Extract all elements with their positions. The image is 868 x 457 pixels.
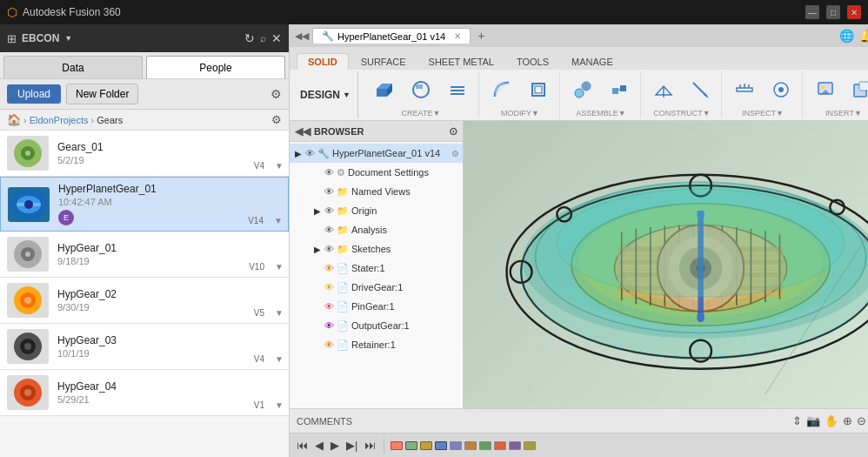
tree-item-origin[interactable]: ▶ 👁 📁 Origin <box>290 201 463 220</box>
tree-arrow[interactable] <box>314 264 324 273</box>
tab-surface[interactable]: SURFACE <box>351 54 417 70</box>
3d-viewport[interactable]: TOP FRONT <box>464 121 868 408</box>
doc-tab-close-icon[interactable]: ✕ <box>454 31 461 41</box>
tree-eye[interactable]: 👁 <box>324 320 337 331</box>
tree-arrow[interactable]: ▶ <box>314 245 324 254</box>
inspect-measure-button[interactable] <box>727 69 762 111</box>
tree-arrow[interactable] <box>314 283 324 292</box>
list-item[interactable]: HypGear_04 5/29/21 V1 ▼ <box>0 370 289 416</box>
ebcon-dropdown-icon[interactable]: ▼ <box>64 34 72 43</box>
assemble-new-button[interactable] <box>565 69 600 111</box>
close-button[interactable]: ✕ <box>847 5 861 19</box>
list-item[interactable]: HyperPlanetGear_01 10:42:47 AM E V14 ▼ <box>0 177 289 232</box>
tree-item-retainer[interactable]: 👁 📄 Retainer:1 <box>290 335 463 354</box>
file-version-arrow[interactable]: ▼ <box>275 354 284 364</box>
panel-settings-icon[interactable]: ⚙ <box>270 87 282 101</box>
tree-arrow[interactable] <box>314 168 324 178</box>
anim-step-back[interactable]: ◀ <box>313 437 325 454</box>
tab-people[interactable]: People <box>146 56 285 78</box>
grid-icon[interactable]: ⊞ <box>7 32 17 45</box>
refresh-icon[interactable]: ↻ <box>244 31 255 45</box>
folder-settings-icon[interactable]: ⚙ <box>271 113 282 126</box>
tree-eye[interactable]: 👁 <box>324 205 337 216</box>
tree-eye[interactable]: 👁 <box>324 339 337 350</box>
modify-fillet-button[interactable] <box>484 69 519 111</box>
list-item[interactable]: HypGear_02 9/30/19 V5 ▼ <box>0 278 289 324</box>
construct-axis-button[interactable] <box>683 69 718 111</box>
tree-item-settings[interactable]: ⚙ <box>451 149 459 158</box>
ebcon-label[interactable]: EBCON <box>22 32 59 44</box>
file-version-arrow[interactable]: ▼ <box>274 216 283 225</box>
inspect-zebra-button[interactable] <box>764 69 798 111</box>
modify-shell-button[interactable] <box>521 69 556 111</box>
tree-arrow[interactable] <box>314 321 324 331</box>
new-tab-button[interactable]: + <box>474 29 488 43</box>
pan-icon[interactable]: ⇕ <box>792 414 802 427</box>
assemble-joint-button[interactable] <box>602 69 637 111</box>
notification-icon[interactable]: 🔔 <box>859 29 868 43</box>
hand-icon[interactable]: ✋ <box>825 414 838 427</box>
tree-item-stater[interactable]: 👁 📄 Stater:1 <box>290 259 463 278</box>
insert-canvas-button[interactable] <box>808 69 843 111</box>
tree-arrow[interactable] <box>314 302 324 312</box>
doc-tab-nav[interactable]: ◀◀ <box>295 30 309 42</box>
tree-arrow[interactable]: ▶ <box>314 206 324 216</box>
tree-item-analysis[interactable]: 👁 📁 Analysis <box>290 220 463 239</box>
list-item[interactable]: HypGear_01 9/18/19 V10 ▼ <box>0 232 289 278</box>
tree-item-pingear[interactable]: 👁 📄 PinGear:1 <box>290 297 463 316</box>
anim-play[interactable]: ▶ <box>329 437 341 454</box>
construct-plane-button[interactable] <box>646 69 681 111</box>
tree-arrow[interactable]: ▶ <box>295 149 305 158</box>
panel-close-icon[interactable]: ✕ <box>271 31 282 45</box>
anim-skip-start[interactable]: ⏮ <box>295 437 310 454</box>
browser-collapse-icon[interactable]: ◀◀ <box>295 125 310 138</box>
create-extrude-button[interactable] <box>367 69 402 111</box>
file-version-arrow[interactable]: ▼ <box>275 308 284 318</box>
breadcrumb-projects[interactable]: EldonProjects <box>30 115 89 125</box>
comments-label[interactable]: COMMENTS <box>297 416 352 427</box>
file-version-arrow[interactable]: ▼ <box>275 400 284 410</box>
browser-options-icon[interactable]: ⊙ <box>449 125 457 138</box>
tree-item-doc-settings[interactable]: 👁 ⚙ Document Settings <box>290 163 463 182</box>
minimize-button[interactable]: — <box>805 5 819 19</box>
home-icon[interactable]: 🏠 <box>7 113 21 126</box>
search-icon[interactable]: ⌕ <box>260 32 266 44</box>
maximize-button[interactable]: □ <box>826 5 840 19</box>
tree-eye[interactable]: 👁 <box>324 225 337 235</box>
file-version-arrow[interactable]: ▼ <box>275 262 284 272</box>
tree-eye[interactable]: 👁 <box>324 282 337 292</box>
tree-eye[interactable]: 👁 <box>324 301 337 312</box>
tree-item-outputgear[interactable]: 👁 📄 OutputGear:1 <box>290 316 463 335</box>
list-item[interactable]: HypGear_03 10/1/19 V4 ▼ <box>0 324 289 370</box>
tab-sheet-metal[interactable]: SHEET METAL <box>418 54 504 70</box>
design-dropdown[interactable]: DESIGN ▼ <box>293 71 358 118</box>
tree-eye[interactable]: 👁 <box>305 148 317 158</box>
tree-item-named-views[interactable]: 👁 📁 Named Views <box>290 182 463 201</box>
tree-eye[interactable]: 👁 <box>324 263 337 273</box>
tree-arrow[interactable] <box>314 340 324 350</box>
zoom-extend-icon[interactable]: ⊝ <box>857 414 866 427</box>
create-revolve-button[interactable] <box>404 69 438 111</box>
globe-icon[interactable]: 🌐 <box>839 29 854 43</box>
camera-icon[interactable]: 📷 <box>806 414 820 427</box>
tree-eye[interactable]: 👁 <box>324 167 337 178</box>
anim-step-forward[interactable]: ▶| <box>344 437 359 454</box>
create-more-button[interactable] <box>440 69 475 111</box>
tree-item-drivegear[interactable]: 👁 📄 DriveGear:1 <box>290 278 463 297</box>
anim-skip-end[interactable]: ⏭ <box>363 437 377 454</box>
tab-manage[interactable]: MANAGE <box>561 54 624 70</box>
tab-solid[interactable]: SOLID <box>297 53 349 70</box>
doc-tab[interactable]: 🔧 HyperPlanetGear_01 v14 ✕ <box>312 28 471 44</box>
tab-data[interactable]: Data <box>3 56 143 78</box>
tree-item-root[interactable]: ▶ 👁 🔧 HyperPlanetGear_01 v14 ⚙ <box>290 144 463 163</box>
file-version-arrow[interactable]: ▼ <box>275 161 284 171</box>
list-item[interactable]: Gears_01 5/2/19 V4 ▼ <box>0 131 289 177</box>
tree-arrow[interactable] <box>314 225 324 235</box>
new-folder-button[interactable]: New Folder <box>66 84 138 104</box>
upload-button[interactable]: Upload <box>7 84 61 104</box>
tree-arrow[interactable] <box>314 187 324 197</box>
tree-eye[interactable]: 👁 <box>324 244 337 254</box>
zoom-icon[interactable]: ⊕ <box>843 414 852 427</box>
tab-tools[interactable]: TOOLS <box>506 54 559 70</box>
insert-decal-button[interactable] <box>845 69 868 111</box>
